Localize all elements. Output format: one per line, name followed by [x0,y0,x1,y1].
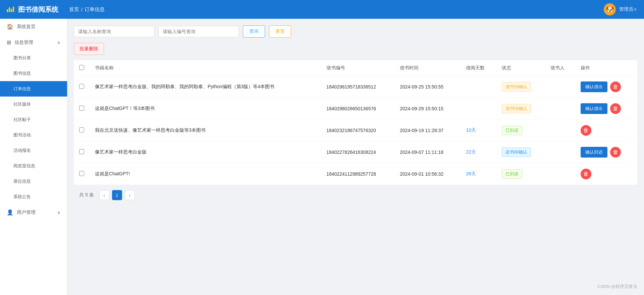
row-status-cell-3: 还书待确认 [496,141,545,163]
admin-menu[interactable]: 🐶 管理员∨ [604,3,637,15]
logo-text: 图书借阅系统 [18,5,58,14]
pagination-page-1[interactable]: 1 [112,190,122,200]
search-bar: 查询 重置 [74,25,637,38]
order-info-label: 订单信息 [13,86,31,92]
sidebar-item-book-activity[interactable]: 图书活动 [0,127,67,143]
col-borrow-time: 借书时间 [394,60,461,76]
sidebar-item-seat-info[interactable]: 座位信息 [0,174,67,189]
col-book-name: 书籍名称 [90,60,321,76]
sidebar-item-system-notice[interactable]: 系统公告 [0,189,67,204]
search-name-input[interactable] [74,26,154,37]
row-status-cell-2: 已归还 [496,120,545,141]
table-header-row: 书籍名称 借书编号 借书时间 借阅天数 状态 借书人 操作 [74,60,637,76]
admin-name: 管理员∨ [619,6,637,12]
row-checkbox-3[interactable] [79,149,84,154]
sidebar-info-label: 信息管理 [14,40,33,46]
batch-delete-button[interactable]: 批量删除 [74,43,104,55]
row-book-name-4: 这就是ChatGPT! [90,163,321,185]
table-row: 像艺术家一样思考白金版、我的阿勒泰、我的阿勒泰、Python编程（第3版）等4本… [74,76,637,98]
sidebar-item-book-info[interactable]: 图书信息 [0,66,67,81]
row-checkbox-cell-0 [74,76,90,98]
row-actions-cell-0: 确认借出🗑 [575,76,637,98]
row-borrow-time-4: 2024-09-01 10:56:32 [394,163,461,185]
delete-row-button-2[interactable]: 🗑 [581,125,591,136]
pagination: 共 5 条 ‹ 1 › [74,185,637,205]
row-borrow-code-2: 1840232186747576320 [321,120,394,141]
sidebar-item-reading-room[interactable]: 阅览室信息 [0,158,67,174]
community-post-label: 社区帖子 [13,117,31,123]
confirm-borrow-button-0[interactable]: 确认借出 [581,81,607,92]
status-badge-3: 还书待确认 [502,148,531,157]
confirm-borrow-button-1[interactable]: 确认借出 [581,103,607,114]
confirm-return-button-3[interactable]: 确认归还 [581,147,607,158]
delete-row-button-4[interactable]: 🗑 [581,169,591,179]
row-checkbox-0[interactable] [79,84,84,89]
table-body: 像艺术家一样思考白金版、我的阿勒泰、我的阿勒泰、Python编程（第3版）等4本… [74,76,637,185]
delete-row-button-1[interactable]: 🗑 [610,103,621,114]
delete-row-button-0[interactable]: 🗑 [610,81,621,92]
table-row: 像艺术家一样思考白金版18402278264163082242024-09-07… [74,141,637,163]
delete-row-button-3[interactable]: 🗑 [610,147,621,158]
row-book-name-0: 像艺术家一样思考白金版、我的阿勒泰、我的阿勒泰、Python编程（第3版）等4本… [90,76,321,98]
row-checkbox-4[interactable] [79,171,84,176]
row-days-cell-0 [461,76,496,98]
pagination-next[interactable]: › [125,190,135,200]
row-borrower-1 [545,98,575,120]
sidebar-item-home[interactable]: 🏠 系统首页 [0,19,67,35]
sidebar-user-label: 用户管理 [17,210,36,216]
row-borrow-code-0: 1840298195718336512 [321,76,394,98]
row-days-cell-1 [461,98,496,120]
logo-bars [7,7,14,12]
row-days-3: 22天 [466,149,476,155]
system-notice-label: 系统公告 [13,194,31,200]
order-table-container: 书籍名称 借书编号 借书时间 借阅天数 状态 借书人 操作 像艺术家一样思考白金… [74,60,637,185]
header: 图书借阅系统 首页 / 订单信息 🐶 管理员∨ [0,0,644,19]
row-days-4: 28天 [466,171,476,176]
row-checkbox-1[interactable] [79,106,84,111]
sidebar-group-info: ⊞ 信息管理 ∧ 图书分类 图书信息 订单信息 社区版块 [0,35,67,204]
action-btns-1: 确认借出🗑 [581,103,632,114]
sidebar-item-community-block[interactable]: 社区版块 [0,97,67,112]
sidebar-item-activity-signup[interactable]: 活动报名 [0,143,67,158]
row-status-cell-1: 借书待确认 [496,98,545,120]
sidebar-sub-info: 图书分类 图书信息 订单信息 社区版块 社区帖子 图书活动 活动 [0,50,67,204]
row-borrow-code-4: 1840224112989257728 [321,163,394,185]
logo-icon [7,7,14,12]
sidebar-group-user: 👤 用户管理 ∨ [0,204,67,220]
row-checkbox-cell-4 [74,163,90,185]
grid-icon: ⊞ [7,39,11,46]
query-button[interactable]: 查询 [243,25,265,38]
row-actions-cell-1: 确认借出🗑 [575,98,637,120]
book-activity-label: 图书活动 [13,132,31,138]
reading-room-label: 阅览室信息 [13,163,35,169]
row-actions-cell-4: 🗑 [575,163,637,185]
row-checkbox-cell-2 [74,120,90,141]
sidebar-group-user-header[interactable]: 👤 用户管理 ∨ [0,204,67,220]
sidebar-item-order-info[interactable]: 订单信息 [0,81,67,97]
avatar: 🐶 [604,3,616,15]
table-row: 这就是ChatGPT！等3本图书18402980266501365762024-… [74,98,637,120]
row-borrow-time-2: 2024-09-19 11:28:37 [394,120,461,141]
sidebar-item-book-category[interactable]: 图书分类 [0,50,67,66]
row-borrow-time-1: 2024-09-29 15:50:15 [394,98,461,120]
sidebar: 🏠 系统首页 ⊞ 信息管理 ∧ 图书分类 图书信息 订单信息 [0,19,67,295]
layout: 🏠 系统首页 ⊞ 信息管理 ∧ 图书分类 图书信息 订单信息 [0,19,644,295]
book-category-label: 图书分类 [13,55,31,61]
search-code-input[interactable] [158,26,239,37]
row-checkbox-2[interactable] [79,127,84,132]
select-all-checkbox[interactable] [79,65,84,70]
order-table: 书籍名称 借书编号 借书时间 借阅天数 状态 借书人 操作 像艺术家一样思考白金… [74,60,637,185]
activity-signup-label: 活动报名 [13,148,31,154]
breadcrumb-home[interactable]: 首页 [69,6,79,13]
community-block-label: 社区版块 [13,101,31,107]
row-borrower-4 [545,163,575,185]
reset-button[interactable]: 重置 [269,25,291,38]
breadcrumb: 首页 / 订单信息 [69,6,105,13]
row-days-2: 10天 [466,127,476,133]
pagination-prev[interactable]: ‹ [99,190,109,200]
status-badge-1: 借书待确认 [502,104,531,113]
row-borrow-time-3: 2024-09-07 11:11:18 [394,141,461,163]
row-status-cell-4: 已归还 [496,163,545,185]
sidebar-group-info-header[interactable]: ⊞ 信息管理 ∧ [0,35,67,50]
sidebar-item-community-post[interactable]: 社区帖子 [0,112,67,127]
